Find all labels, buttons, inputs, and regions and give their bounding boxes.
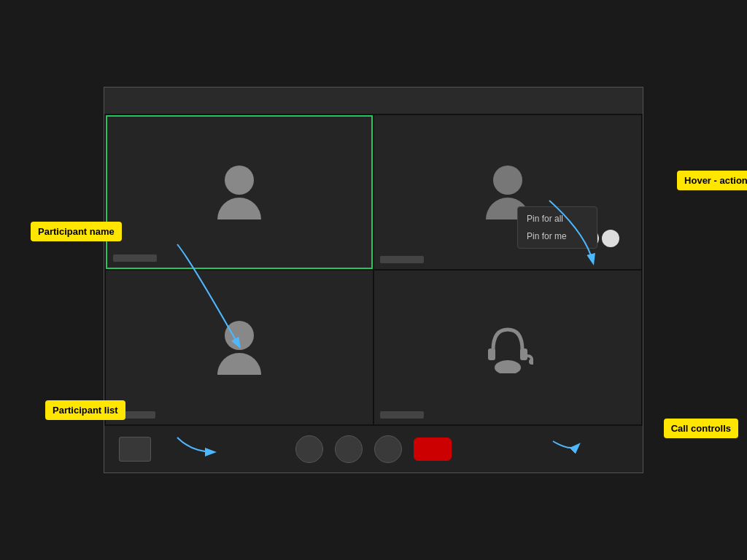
avatar-head xyxy=(225,166,254,195)
avatar-body xyxy=(217,198,261,219)
avatar-bottom-left xyxy=(217,321,261,375)
pin-for-me[interactable]: Pin for me xyxy=(518,228,597,245)
svg-rect-0 xyxy=(488,349,495,360)
avatar-head-2 xyxy=(493,166,522,195)
participant-name-bar-2 xyxy=(380,256,424,263)
title-bar xyxy=(104,88,643,114)
participant-thumbnail[interactable] xyxy=(119,437,151,462)
app-window: Pin for all Pin for me xyxy=(104,87,643,473)
svg-rect-1 xyxy=(520,349,527,360)
avatar-body-3 xyxy=(217,353,261,375)
svg-point-2 xyxy=(529,359,533,365)
headset-avatar-svg xyxy=(482,322,533,373)
svg-point-3 xyxy=(495,360,521,373)
avatar-top-left xyxy=(217,166,261,219)
avatar-bottom-right xyxy=(482,322,533,373)
annotation-participant-list: Participant list xyxy=(45,400,125,420)
avatar-head-3 xyxy=(225,321,254,350)
video-grid: Pin for all Pin for me xyxy=(104,114,643,426)
participant-name-bar-1 xyxy=(113,254,157,262)
participant-name-bar-4 xyxy=(380,411,424,419)
control-btn-1[interactable] xyxy=(295,435,323,463)
video-cell-top-right: Pin for all Pin for me xyxy=(374,115,641,269)
end-call-button[interactable] xyxy=(414,438,452,461)
control-btn-3[interactable] xyxy=(374,435,402,463)
pin-for-all[interactable]: Pin for all xyxy=(518,210,597,228)
annotation-call-controls: Call controlls xyxy=(664,419,738,438)
bottom-bar xyxy=(104,426,643,472)
control-btn-2[interactable] xyxy=(335,435,363,463)
action-dot-3[interactable] xyxy=(602,230,619,247)
video-cell-bottom-right xyxy=(374,271,641,424)
annotation-hover-actions: Hover - actions xyxy=(677,171,747,190)
video-cell-bottom-left xyxy=(106,271,373,424)
annotation-participant-name: Participant name xyxy=(31,222,122,241)
pin-menu[interactable]: Pin for all Pin for me xyxy=(517,206,597,249)
video-cell-top-left xyxy=(106,115,373,269)
